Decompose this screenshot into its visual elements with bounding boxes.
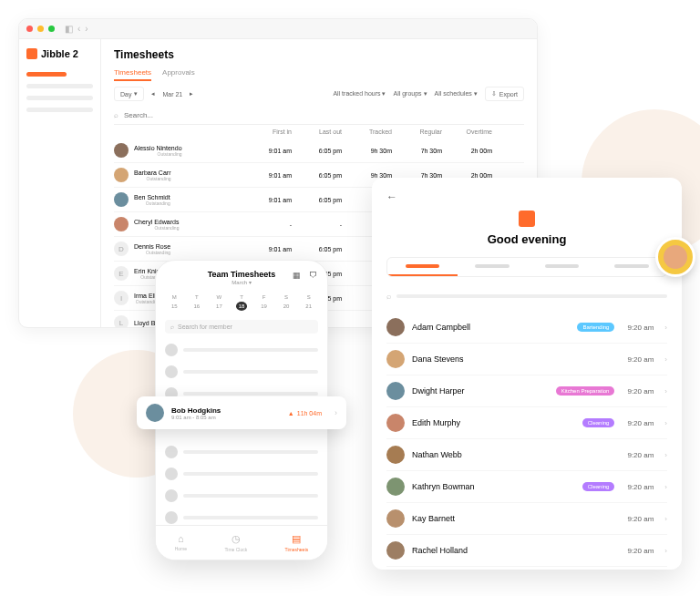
shield-icon[interactable]: ⛉ — [307, 270, 318, 281]
export-button[interactable]: ⇩ Export — [485, 87, 524, 101]
page-title: Timesheets — [114, 48, 524, 61]
search-placeholder: Search for member — [178, 324, 232, 330]
nav-timeclock[interactable]: ◷Time Clock — [224, 533, 247, 552]
tablet-tabs — [386, 257, 667, 277]
card-times: 9:01 am - 8:05 am — [171, 415, 221, 420]
list-item[interactable]: Dana Reynolds 9:20 am › — [386, 567, 667, 570]
time-label: 9:20 am — [627, 324, 654, 332]
calendar-icon[interactable]: ▦ — [291, 270, 302, 281]
cal-day[interactable]: T 18 — [236, 294, 248, 311]
minimize-icon[interactable] — [37, 26, 44, 32]
close-icon[interactable] — [26, 26, 33, 32]
col-overtime[interactable]: Overtime — [442, 128, 492, 135]
filter-bar: Day ▾ ◂ Mar 21 ▸ All tracked hours ▾ All… — [114, 87, 524, 101]
person-sub: Outstanding — [134, 176, 170, 181]
cell-overtime: 2h 00m — [442, 148, 492, 154]
list-item[interactable]: Kathryn Bowman Cleaning 9:20 am › — [386, 471, 667, 503]
col-last-out[interactable]: Last out — [292, 128, 342, 135]
tab-approvals[interactable]: Approvals — [162, 68, 195, 81]
filter-schedules[interactable]: All schedules ▾ — [435, 90, 478, 98]
avatar — [386, 382, 405, 400]
calendar-strip: M 15 T 16 W 17 T 18 F 19 S 20 S 21 — [156, 291, 327, 314]
mobile-nav: ⌂Home ◷Time Clock ▤Timesheets — [156, 525, 327, 560]
search-row: ⌕ — [114, 107, 524, 125]
cal-day[interactable]: M 15 — [169, 294, 180, 311]
maximize-icon[interactable] — [48, 26, 55, 32]
chevron-right-icon: › — [664, 451, 667, 459]
table-row[interactable]: Alessio NintendoOutstanding 9:01 am 6:05… — [114, 139, 524, 163]
sidebar-item[interactable] — [26, 84, 93, 88]
tablet-tab[interactable] — [527, 258, 597, 276]
cell-last-out: 6:05 pm — [292, 246, 342, 252]
list-item[interactable]: Edith Murphy Cleaning 9:20 am › — [386, 407, 667, 439]
sidebar-item[interactable] — [26, 96, 93, 100]
mobile-header: Team Timesheets March ▾ ▦ ⛉ — [156, 261, 327, 291]
person-name: Alessio Nintendo — [134, 145, 182, 151]
tablet-search[interactable]: ⌕ — [386, 286, 667, 306]
list-item[interactable]: Adam Campbell Bartending 9:20 am › — [386, 312, 667, 344]
avatar — [165, 344, 178, 356]
member-name: Kay Barnett — [412, 514, 614, 523]
chevron-right-icon: › — [664, 483, 667, 491]
time-label: 9:20 am — [627, 419, 654, 427]
cal-day[interactable]: S 20 — [281, 294, 293, 311]
avatar — [386, 541, 405, 560]
tablet-tab[interactable] — [387, 258, 458, 276]
back-icon[interactable]: ‹ — [77, 24, 80, 34]
avatar: L — [114, 315, 129, 327]
cal-day[interactable]: W 17 — [213, 294, 225, 311]
avatar — [114, 143, 129, 158]
prev-day-icon[interactable]: ◂ — [151, 90, 155, 98]
period-select[interactable]: Day ▾ — [114, 87, 144, 101]
list-item[interactable]: Dana Stevens 9:20 am › — [386, 344, 667, 375]
search-input[interactable] — [124, 111, 524, 119]
col-first-in[interactable]: First in — [242, 128, 292, 135]
cell-last-out: 6:05 pm — [292, 172, 342, 179]
nav-timesheets[interactable]: ▤Timesheets — [285, 533, 309, 552]
sidebar-item[interactable] — [26, 72, 67, 77]
time-label: 9:20 am — [627, 483, 654, 491]
next-day-icon[interactable]: ▸ — [190, 90, 193, 98]
list-item[interactable]: Rachel Holland 9:20 am › — [386, 535, 667, 567]
list-item[interactable]: Kay Barnett 9:20 am › — [386, 503, 667, 535]
avatar — [165, 468, 178, 480]
member-card[interactable]: Bob Hodgkins 9:01 am - 8:05 am ▲ 11h 04m… — [137, 396, 346, 429]
chevron-right-icon: › — [664, 324, 667, 332]
tabs: Timesheets Approvals — [114, 68, 524, 81]
brand-logo[interactable]: Jibble 2 — [26, 48, 93, 59]
logo-icon — [26, 48, 37, 59]
date-label[interactable]: Mar 21 — [162, 91, 182, 98]
back-button[interactable]: ← — [386, 190, 667, 203]
card-duration: ▲ 11h 04m — [288, 410, 322, 416]
activity-badge: Cleaning — [582, 418, 615, 427]
floating-avatar[interactable] — [655, 237, 695, 277]
tab-timesheets[interactable]: Timesheets — [114, 68, 151, 81]
avatar — [114, 217, 129, 231]
avatar — [114, 168, 129, 182]
avatar — [386, 478, 405, 496]
person-name: Barbara Carr — [134, 170, 170, 176]
person-sub: Outstanding — [134, 151, 182, 157]
col-tracked[interactable]: Tracked — [342, 128, 392, 135]
list-item[interactable]: Dwight Harper Kitchen Preparation 9:20 a… — [386, 375, 667, 407]
search-icon: ⌕ — [386, 292, 391, 301]
cell-tracked: 9h 30m — [342, 148, 392, 154]
cal-day[interactable]: F 19 — [258, 294, 270, 311]
person-name: Cheryl Edwards — [134, 219, 179, 225]
nav-home[interactable]: ⌂Home — [175, 533, 187, 552]
forward-icon[interactable]: › — [85, 24, 88, 34]
cal-day[interactable]: S 21 — [303, 294, 314, 311]
tablet-tab[interactable] — [458, 258, 528, 276]
mobile-search[interactable]: ⌕ Search for member — [165, 320, 318, 334]
filter-hours[interactable]: All tracked hours ▾ — [333, 90, 386, 98]
activity-badge: Bartending — [577, 323, 614, 332]
cal-day[interactable]: T 16 — [191, 294, 203, 311]
list-item[interactable]: Nathan Webb 9:20 am › — [386, 439, 667, 471]
cell-first-in: 9:01 am — [242, 197, 292, 203]
filter-groups[interactable]: All groups ▾ — [393, 90, 427, 98]
sidebar-item[interactable] — [26, 108, 93, 112]
sidebar-toggle-icon[interactable]: ◧ — [65, 24, 73, 34]
search-icon: ⌕ — [114, 111, 118, 119]
avatar: I — [114, 291, 129, 305]
col-regular[interactable]: Regular — [392, 128, 442, 135]
